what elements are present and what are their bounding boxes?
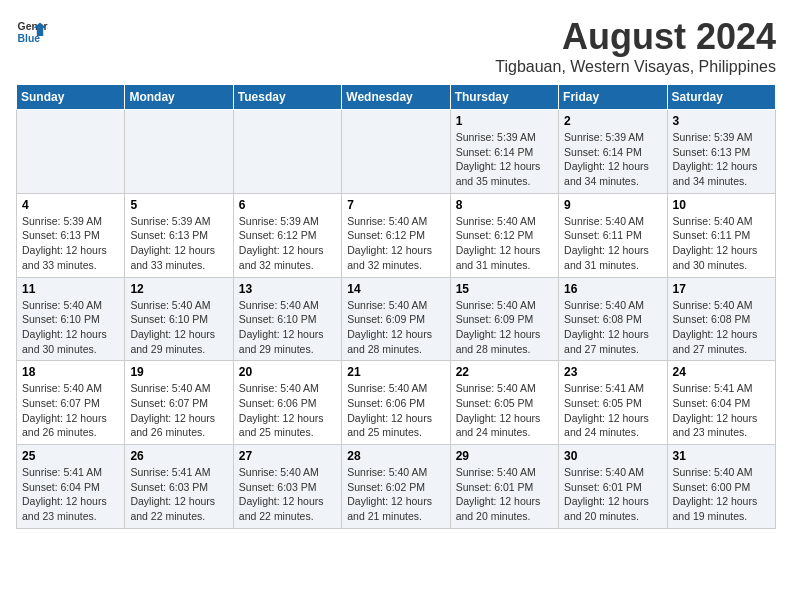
- day-number: 23: [564, 365, 661, 379]
- day-info: Sunrise: 5:39 AM Sunset: 6:13 PM Dayligh…: [130, 214, 227, 273]
- calendar-cell: 9Sunrise: 5:40 AM Sunset: 6:11 PM Daylig…: [559, 193, 667, 277]
- day-info: Sunrise: 5:40 AM Sunset: 6:08 PM Dayligh…: [564, 298, 661, 357]
- day-number: 30: [564, 449, 661, 463]
- day-info: Sunrise: 5:41 AM Sunset: 6:04 PM Dayligh…: [22, 465, 119, 524]
- page-title: August 2024: [495, 16, 776, 58]
- day-info: Sunrise: 5:40 AM Sunset: 6:08 PM Dayligh…: [673, 298, 770, 357]
- calendar-cell: 13Sunrise: 5:40 AM Sunset: 6:10 PM Dayli…: [233, 277, 341, 361]
- day-number: 26: [130, 449, 227, 463]
- day-of-week-header: Sunday: [17, 85, 125, 110]
- day-number: 20: [239, 365, 336, 379]
- day-number: 7: [347, 198, 444, 212]
- day-info: Sunrise: 5:39 AM Sunset: 6:14 PM Dayligh…: [456, 130, 553, 189]
- calendar-cell: 29Sunrise: 5:40 AM Sunset: 6:01 PM Dayli…: [450, 445, 558, 529]
- day-number: 24: [673, 365, 770, 379]
- day-number: 16: [564, 282, 661, 296]
- day-info: Sunrise: 5:41 AM Sunset: 6:04 PM Dayligh…: [673, 381, 770, 440]
- day-info: Sunrise: 5:40 AM Sunset: 6:07 PM Dayligh…: [22, 381, 119, 440]
- calendar-week-row: 11Sunrise: 5:40 AM Sunset: 6:10 PM Dayli…: [17, 277, 776, 361]
- day-info: Sunrise: 5:40 AM Sunset: 6:03 PM Dayligh…: [239, 465, 336, 524]
- calendar-cell: 16Sunrise: 5:40 AM Sunset: 6:08 PM Dayli…: [559, 277, 667, 361]
- day-number: 4: [22, 198, 119, 212]
- calendar-header-row: SundayMondayTuesdayWednesdayThursdayFrid…: [17, 85, 776, 110]
- calendar-cell: 27Sunrise: 5:40 AM Sunset: 6:03 PM Dayli…: [233, 445, 341, 529]
- day-number: 1: [456, 114, 553, 128]
- day-of-week-header: Wednesday: [342, 85, 450, 110]
- day-info: Sunrise: 5:39 AM Sunset: 6:13 PM Dayligh…: [673, 130, 770, 189]
- calendar-cell: [125, 110, 233, 194]
- logo: General Blue: [16, 16, 48, 48]
- day-number: 9: [564, 198, 661, 212]
- calendar-cell: 5Sunrise: 5:39 AM Sunset: 6:13 PM Daylig…: [125, 193, 233, 277]
- calendar-cell: 10Sunrise: 5:40 AM Sunset: 6:11 PM Dayli…: [667, 193, 775, 277]
- day-number: 12: [130, 282, 227, 296]
- day-number: 29: [456, 449, 553, 463]
- calendar-cell: 4Sunrise: 5:39 AM Sunset: 6:13 PM Daylig…: [17, 193, 125, 277]
- day-info: Sunrise: 5:40 AM Sunset: 6:07 PM Dayligh…: [130, 381, 227, 440]
- day-number: 13: [239, 282, 336, 296]
- day-of-week-header: Thursday: [450, 85, 558, 110]
- calendar-cell: 30Sunrise: 5:40 AM Sunset: 6:01 PM Dayli…: [559, 445, 667, 529]
- day-info: Sunrise: 5:40 AM Sunset: 6:11 PM Dayligh…: [673, 214, 770, 273]
- calendar-cell: [233, 110, 341, 194]
- calendar-cell: 19Sunrise: 5:40 AM Sunset: 6:07 PM Dayli…: [125, 361, 233, 445]
- day-info: Sunrise: 5:40 AM Sunset: 6:06 PM Dayligh…: [347, 381, 444, 440]
- calendar-cell: 18Sunrise: 5:40 AM Sunset: 6:07 PM Dayli…: [17, 361, 125, 445]
- calendar-cell: 11Sunrise: 5:40 AM Sunset: 6:10 PM Dayli…: [17, 277, 125, 361]
- day-info: Sunrise: 5:40 AM Sunset: 6:12 PM Dayligh…: [456, 214, 553, 273]
- calendar-cell: 6Sunrise: 5:39 AM Sunset: 6:12 PM Daylig…: [233, 193, 341, 277]
- day-info: Sunrise: 5:40 AM Sunset: 6:10 PM Dayligh…: [130, 298, 227, 357]
- day-number: 5: [130, 198, 227, 212]
- day-number: 2: [564, 114, 661, 128]
- day-of-week-header: Tuesday: [233, 85, 341, 110]
- day-info: Sunrise: 5:40 AM Sunset: 6:09 PM Dayligh…: [456, 298, 553, 357]
- day-info: Sunrise: 5:40 AM Sunset: 6:00 PM Dayligh…: [673, 465, 770, 524]
- calendar-cell: 1Sunrise: 5:39 AM Sunset: 6:14 PM Daylig…: [450, 110, 558, 194]
- calendar-cell: 15Sunrise: 5:40 AM Sunset: 6:09 PM Dayli…: [450, 277, 558, 361]
- day-number: 27: [239, 449, 336, 463]
- day-info: Sunrise: 5:40 AM Sunset: 6:09 PM Dayligh…: [347, 298, 444, 357]
- day-number: 17: [673, 282, 770, 296]
- day-number: 15: [456, 282, 553, 296]
- day-number: 22: [456, 365, 553, 379]
- day-number: 18: [22, 365, 119, 379]
- day-info: Sunrise: 5:41 AM Sunset: 6:03 PM Dayligh…: [130, 465, 227, 524]
- calendar-cell: 14Sunrise: 5:40 AM Sunset: 6:09 PM Dayli…: [342, 277, 450, 361]
- day-info: Sunrise: 5:40 AM Sunset: 6:01 PM Dayligh…: [456, 465, 553, 524]
- calendar-week-row: 4Sunrise: 5:39 AM Sunset: 6:13 PM Daylig…: [17, 193, 776, 277]
- calendar-table: SundayMondayTuesdayWednesdayThursdayFrid…: [16, 84, 776, 529]
- day-info: Sunrise: 5:39 AM Sunset: 6:12 PM Dayligh…: [239, 214, 336, 273]
- calendar-cell: 12Sunrise: 5:40 AM Sunset: 6:10 PM Dayli…: [125, 277, 233, 361]
- day-info: Sunrise: 5:40 AM Sunset: 6:12 PM Dayligh…: [347, 214, 444, 273]
- calendar-cell: 25Sunrise: 5:41 AM Sunset: 6:04 PM Dayli…: [17, 445, 125, 529]
- day-number: 19: [130, 365, 227, 379]
- day-number: 10: [673, 198, 770, 212]
- calendar-cell: 7Sunrise: 5:40 AM Sunset: 6:12 PM Daylig…: [342, 193, 450, 277]
- day-info: Sunrise: 5:39 AM Sunset: 6:14 PM Dayligh…: [564, 130, 661, 189]
- day-number: 31: [673, 449, 770, 463]
- calendar-cell: 2Sunrise: 5:39 AM Sunset: 6:14 PM Daylig…: [559, 110, 667, 194]
- calendar-cell: 3Sunrise: 5:39 AM Sunset: 6:13 PM Daylig…: [667, 110, 775, 194]
- calendar-cell: 22Sunrise: 5:40 AM Sunset: 6:05 PM Dayli…: [450, 361, 558, 445]
- title-block: August 2024 Tigbauan, Western Visayas, P…: [495, 16, 776, 76]
- calendar-week-row: 25Sunrise: 5:41 AM Sunset: 6:04 PM Dayli…: [17, 445, 776, 529]
- day-number: 8: [456, 198, 553, 212]
- calendar-cell: 8Sunrise: 5:40 AM Sunset: 6:12 PM Daylig…: [450, 193, 558, 277]
- day-number: 14: [347, 282, 444, 296]
- day-info: Sunrise: 5:40 AM Sunset: 6:10 PM Dayligh…: [239, 298, 336, 357]
- day-of-week-header: Monday: [125, 85, 233, 110]
- calendar-cell: 23Sunrise: 5:41 AM Sunset: 6:05 PM Dayli…: [559, 361, 667, 445]
- day-of-week-header: Saturday: [667, 85, 775, 110]
- calendar-cell: 20Sunrise: 5:40 AM Sunset: 6:06 PM Dayli…: [233, 361, 341, 445]
- day-info: Sunrise: 5:40 AM Sunset: 6:11 PM Dayligh…: [564, 214, 661, 273]
- calendar-cell: 21Sunrise: 5:40 AM Sunset: 6:06 PM Dayli…: [342, 361, 450, 445]
- day-number: 11: [22, 282, 119, 296]
- calendar-cell: 28Sunrise: 5:40 AM Sunset: 6:02 PM Dayli…: [342, 445, 450, 529]
- day-number: 28: [347, 449, 444, 463]
- day-info: Sunrise: 5:40 AM Sunset: 6:10 PM Dayligh…: [22, 298, 119, 357]
- calendar-week-row: 18Sunrise: 5:40 AM Sunset: 6:07 PM Dayli…: [17, 361, 776, 445]
- calendar-cell: [342, 110, 450, 194]
- day-info: Sunrise: 5:39 AM Sunset: 6:13 PM Dayligh…: [22, 214, 119, 273]
- day-number: 21: [347, 365, 444, 379]
- day-number: 3: [673, 114, 770, 128]
